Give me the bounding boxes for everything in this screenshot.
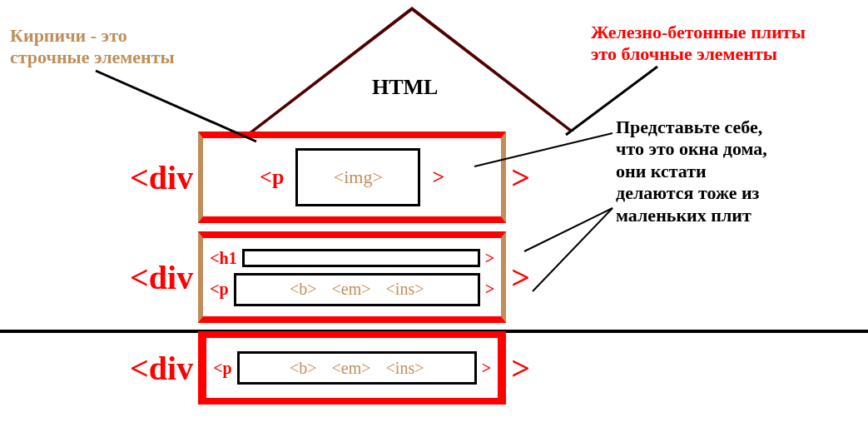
floor-2-body: <h1 > <p <b> <em> <ins> > [198,231,506,323]
anno-mid-l5: маленьких плит [616,205,866,226]
anno-right-l2: это блочные элементы [591,43,866,65]
floor-2: <div <h1 > <p <b> <em> <ins> > > [125,231,535,323]
svg-line-4 [533,208,613,291]
p-close-3: > [482,359,491,378]
img-tag: <img> [334,166,383,188]
b-tag-3: <b> [290,359,317,378]
annotation-windows: Представьте себе, что это окна дома, они… [616,117,866,226]
anno-mid-l2: что это окна дома, [616,138,866,160]
window-h1 [242,249,480,267]
p-close-2: > [485,280,494,299]
floor-3-body: <p <b> <em> <ins> > [198,331,506,405]
floor-1: <div <p <img> > > [125,132,535,223]
em-tag-3: <em> [332,359,371,378]
div-open-1: <div [125,132,198,223]
anno-mid-l4: делаются тоже из [616,182,866,204]
anno-left-l1: Кирпичи - это [10,25,226,47]
div-close-2: > [506,231,535,323]
floor-3: <div <p <b> <em> <ins> > > [125,331,535,405]
h1-close: > [485,249,494,268]
svg-line-3 [524,208,613,251]
p-open-3: <p [213,359,232,378]
annotation-block: Железно-бетонные плиты это блочные элеме… [591,22,866,66]
ins-tag-2: <ins> [386,280,424,299]
window-inline-3: <b> <em> <ins> [237,351,477,385]
anno-right-l1: Железно-бетонные плиты [591,22,866,43]
b-tag-2: <b> [290,280,317,299]
window-img: <img> [295,148,420,206]
annotation-inline: Кирпичи - это строчные элементы [10,25,226,69]
anno-mid-l1: Представьте себе, [616,117,866,138]
floor-1-body: <p <img> > [198,132,506,223]
p-close-1: > [432,165,444,190]
em-tag-2: <em> [332,280,371,299]
div-close-3: > [506,331,535,405]
roof-inner [252,11,572,133]
div-open-3: <div [125,331,198,405]
roof-title: HTML [372,75,438,100]
ins-tag-3: <ins> [386,359,424,378]
div-open-2: <div [125,231,198,323]
anno-left-l2: строчные элементы [10,47,226,68]
anno-mid-l3: они кстати [616,161,866,182]
p-open-2: <p [210,280,229,299]
p-open-1: <p [260,165,284,190]
div-close-1: > [506,132,535,223]
window-inline-2: <b> <em> <ins> [234,273,480,306]
h1-open: <h1 [210,249,237,268]
